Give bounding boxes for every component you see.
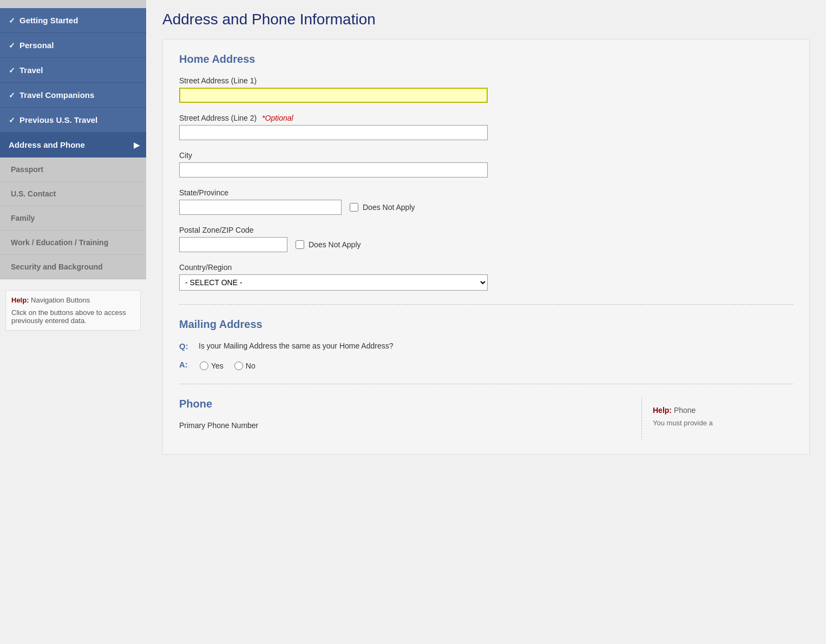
page-title: Address and Phone Information xyxy=(162,11,810,28)
country-label: Country/Region xyxy=(179,263,793,272)
city-input[interactable] xyxy=(179,162,488,178)
help-nav-title: Help: Navigation Buttons xyxy=(11,296,135,304)
check-icon: ✓ xyxy=(9,16,15,25)
arrow-icon: ▶ xyxy=(134,141,140,149)
state-dna-group: Does Not Apply xyxy=(350,203,415,212)
main-content: Address and Phone Information Home Addre… xyxy=(146,0,826,644)
street1-label: Street Address (Line 1) xyxy=(179,76,793,85)
sidebar-item-label: Travel Companions xyxy=(19,90,94,100)
state-input[interactable] xyxy=(179,200,342,215)
home-address-section: Home Address Street Address (Line 1) Str… xyxy=(179,53,793,291)
mailing-question-row: Q: Is your Mailing Address the same as y… xyxy=(179,341,793,351)
phone-help-box: Help: Phone You must provide a xyxy=(641,398,793,441)
sidebar-item-label: Passport xyxy=(11,165,43,174)
phone-title: Phone xyxy=(179,398,641,410)
check-icon: ✓ xyxy=(9,91,15,100)
zip-group: Postal Zone/ZIP Code Does Not Apply xyxy=(179,226,793,252)
street1-input[interactable] xyxy=(179,88,488,103)
phone-help-title: Help: Phone xyxy=(653,406,782,415)
a-label: A: xyxy=(179,360,194,369)
check-icon: ✓ xyxy=(9,66,15,75)
mailing-no-label[interactable]: No xyxy=(234,362,255,370)
help-navigation-box: Help: Navigation Buttons Click on the bu… xyxy=(5,290,141,331)
mailing-answer-row: A: Yes No xyxy=(179,359,793,370)
mailing-address-title: Mailing Address xyxy=(179,318,793,331)
sidebar-item-label: Travel xyxy=(19,65,43,75)
phone-divider xyxy=(179,384,793,384)
sidebar-item-travel[interactable]: ✓ Travel xyxy=(0,58,146,83)
street2-label: Street Address (Line 2) *Optional xyxy=(179,114,793,122)
sidebar-item-passport[interactable]: Passport xyxy=(0,157,146,182)
sidebar: ✓ Getting Started ✓ Personal ✓ Travel ✓ … xyxy=(0,0,146,644)
mailing-no-radio[interactable] xyxy=(234,362,243,370)
street2-input[interactable] xyxy=(179,125,488,140)
city-group: City xyxy=(179,151,793,178)
zip-dna-checkbox[interactable] xyxy=(296,240,304,249)
zip-dna-group: Does Not Apply xyxy=(296,240,361,249)
mailing-question-text: Is your Mailing Address the same as your… xyxy=(199,341,394,350)
state-field-row: Does Not Apply xyxy=(179,200,793,215)
check-icon: ✓ xyxy=(9,41,15,50)
mailing-yes-label[interactable]: Yes xyxy=(200,362,224,370)
sidebar-item-family[interactable]: Family xyxy=(0,206,146,231)
zip-label: Postal Zone/ZIP Code xyxy=(179,226,793,234)
zip-field-row: Does Not Apply xyxy=(179,237,793,252)
sidebar-top-bar xyxy=(0,0,146,8)
zip-dna-label[interactable]: Does Not Apply xyxy=(309,240,361,249)
sidebar-item-work-education-training[interactable]: Work / Education / Training xyxy=(0,231,146,255)
q-label: Q: xyxy=(179,341,194,351)
sidebar-item-label: Family xyxy=(11,214,35,222)
home-address-title: Home Address xyxy=(179,53,793,65)
sidebar-item-getting-started[interactable]: ✓ Getting Started xyxy=(0,8,146,33)
state-label: State/Province xyxy=(179,188,793,197)
state-group: State/Province Does Not Apply xyxy=(179,188,793,215)
section-divider xyxy=(179,304,793,305)
check-icon: ✓ xyxy=(9,116,15,124)
mailing-radio-group: Yes No xyxy=(200,362,255,370)
phone-section: Phone Primary Phone Number Help: Phone Y… xyxy=(179,398,793,441)
sidebar-item-label: Security and Background xyxy=(11,262,103,271)
sidebar-item-previous-us-travel[interactable]: ✓ Previous U.S. Travel xyxy=(0,108,146,133)
mailing-address-section: Mailing Address Q: Is your Mailing Addre… xyxy=(179,318,793,370)
primary-phone-group: Primary Phone Number xyxy=(179,421,641,430)
sidebar-item-personal[interactable]: ✓ Personal xyxy=(0,33,146,58)
sidebar-item-security-background[interactable]: Security and Background xyxy=(0,255,146,279)
help-nav-body: Click on the buttons above to access pre… xyxy=(11,308,135,325)
phone-help-text: You must provide a xyxy=(653,419,782,427)
sidebar-item-label: U.S. Contact xyxy=(11,189,56,198)
state-dna-checkbox[interactable] xyxy=(350,203,358,212)
street1-group: Street Address (Line 1) xyxy=(179,76,793,103)
sidebar-item-travel-companions[interactable]: ✓ Travel Companions xyxy=(0,83,146,108)
phone-main: Phone Primary Phone Number xyxy=(179,398,641,441)
sidebar-item-label: Getting Started xyxy=(19,16,78,25)
sidebar-item-us-contact[interactable]: U.S. Contact xyxy=(0,182,146,206)
mailing-yes-radio[interactable] xyxy=(200,362,208,370)
city-label: City xyxy=(179,151,793,160)
primary-phone-label: Primary Phone Number xyxy=(179,421,641,430)
form-panel: Home Address Street Address (Line 1) Str… xyxy=(162,39,810,455)
sidebar-item-label: Address and Phone xyxy=(9,140,85,149)
country-select[interactable]: - SELECT ONE -United StatesAfghanistanAl… xyxy=(179,274,488,291)
sidebar-item-label: Work / Education / Training xyxy=(11,238,108,247)
optional-label: *Optional xyxy=(262,114,293,122)
sidebar-item-label: Personal xyxy=(19,41,54,50)
country-group: Country/Region - SELECT ONE -United Stat… xyxy=(179,263,793,291)
sidebar-item-address-and-phone[interactable]: Address and Phone ▶ xyxy=(0,133,146,157)
sidebar-item-label: Previous U.S. Travel xyxy=(19,115,97,124)
state-dna-label[interactable]: Does Not Apply xyxy=(363,203,415,212)
street2-group: Street Address (Line 2) *Optional xyxy=(179,114,793,140)
zip-input[interactable] xyxy=(179,237,287,252)
